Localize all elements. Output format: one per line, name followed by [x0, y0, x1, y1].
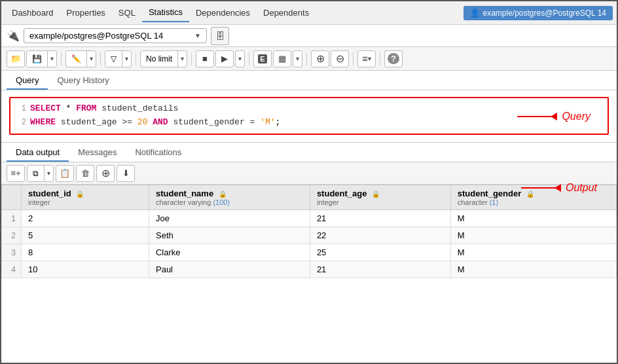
keyword-select: SELECT — [30, 103, 61, 113]
output-label: Output — [566, 182, 597, 194]
output-tab-bar: Data output Messages Notifications — [1, 143, 617, 162]
query-toolbar: 📁 💾 ▾ ✏️ ▾ ▽ ▾ No limit ▾ — [1, 47, 617, 71]
save-data-button[interactable]: ⊕ — [96, 165, 115, 182]
filter-dropdown[interactable]: ▽ ▾ — [105, 50, 132, 67]
sql-line1-content: SELECT * FROM student_details — [30, 102, 178, 116]
tab-query-history[interactable]: Query History — [48, 72, 118, 90]
col-type-student-gender: character (1) — [458, 198, 609, 206]
db-tools: ⊕ ⊖ — [311, 50, 349, 67]
cell-gender-1: M — [450, 210, 616, 227]
cell-gender-2: M — [450, 227, 616, 244]
table-row: 4 10 Paul 21 M — [2, 261, 617, 278]
keyword-where: WHERE — [30, 117, 56, 127]
rollback-button[interactable]: ⊖ — [331, 50, 349, 67]
save-button[interactable]: 💾 — [27, 51, 48, 67]
download-button[interactable]: ⬇ — [117, 165, 135, 182]
limit-label[interactable]: No limit — [141, 51, 178, 67]
copy-dropdown[interactable]: ⧉ ▾ — [27, 165, 54, 182]
separator-8 — [380, 52, 380, 65]
save-dropdown-arrow[interactable]: ▾ — [48, 51, 56, 67]
tab-notifications[interactable]: Notifications — [126, 144, 191, 162]
keyword-from: FROM — [76, 103, 96, 113]
cell-id-4: 10 — [22, 261, 149, 278]
filter-button[interactable]: ▽ — [105, 51, 122, 67]
analyze-icon: ▦ — [278, 54, 286, 64]
copy-button[interactable]: ⧉ — [27, 166, 45, 181]
sql-line2-content: WHERE student_age >= 20 AND student_gend… — [30, 116, 280, 130]
limit-dropdown[interactable]: No limit ▾ — [140, 50, 187, 67]
run-dropdown[interactable]: ▾ — [235, 50, 245, 67]
col-student-gender: student_gender — [168, 117, 245, 127]
col-header-student-name: student_name 🔒 character varying (100) — [149, 185, 310, 210]
connection-icon: 🔌 — [7, 29, 20, 42]
explain-button[interactable]: E — [253, 50, 272, 67]
nav-dashboard[interactable]: Dashboard — [5, 4, 60, 22]
keyword-and: AND — [147, 117, 168, 127]
nav-dependencies[interactable]: Dependencies — [189, 4, 257, 22]
connect-button[interactable]: 🗄 — [211, 27, 229, 45]
sql-star: * — [61, 103, 76, 113]
commit-button[interactable]: ⊕ — [311, 50, 329, 67]
pencil-button[interactable]: ✏️ — [66, 51, 87, 67]
output-section: Data output Messages Notifications ≡+ ⧉ … — [1, 143, 617, 278]
nav-statistics[interactable]: Statistics — [142, 3, 189, 22]
cell-name-3: Clarke — [149, 244, 310, 261]
sql-semicolon: ; — [276, 117, 281, 127]
tab-query[interactable]: Query — [7, 72, 48, 90]
run-dropdown-arrow[interactable]: ▾ — [236, 51, 244, 67]
lock-icon-3: 🔒 — [372, 191, 380, 198]
explain-tools: E ▦ ▾ — [253, 50, 302, 67]
col-type-student-age: integer — [317, 198, 444, 206]
commit-icon: ⊕ — [316, 52, 325, 65]
tab-data-output[interactable]: Data output — [7, 144, 69, 162]
output-annotation: Output — [521, 182, 597, 194]
col-type-detail-gender: (1) — [490, 198, 498, 206]
nav-sql[interactable]: SQL — [112, 4, 142, 22]
connection-selector[interactable]: example/postgres@PostgreSQL 14 ▼ — [24, 28, 207, 43]
filter-dropdown-arrow[interactable]: ▾ — [122, 51, 131, 67]
query-editor[interactable]: 1 SELECT * FROM student_details 2 WHERE … — [1, 90, 617, 143]
folder-icon: 📁 — [10, 54, 21, 64]
edit-dropdown-arrow[interactable]: ▾ — [87, 51, 96, 67]
val-m: 'M' — [260, 117, 275, 127]
separator-5 — [249, 52, 249, 65]
paste-button[interactable]: 📋 — [56, 165, 74, 182]
cell-id-2: 5 — [22, 227, 149, 244]
file-tools: 📁 💾 ▾ — [7, 50, 57, 67]
separator-6 — [306, 52, 307, 65]
run-button[interactable]: ▶ — [215, 50, 234, 67]
open-file-button[interactable]: 📁 — [7, 50, 25, 67]
stop-button[interactable]: ■ — [196, 50, 214, 67]
stop-icon: ■ — [202, 54, 208, 64]
row-number-1: 1 — [2, 210, 22, 227]
analyze-dropdown[interactable]: ▾ — [293, 50, 302, 67]
cell-id-1: 2 — [22, 210, 149, 227]
add-row-button[interactable]: ≡+ — [7, 165, 25, 182]
delete-button[interactable]: 🗑 — [76, 165, 94, 182]
cell-gender-4: M — [450, 261, 616, 278]
nav-dependents[interactable]: Dependents — [257, 4, 316, 22]
user-icon: 👤 — [470, 9, 480, 18]
analyze-button[interactable]: ▦ — [273, 50, 291, 67]
macros-button[interactable]: ≡ ▾ — [357, 50, 376, 67]
save-dropdown[interactable]: 💾 ▾ — [26, 50, 57, 67]
list-icon: ≡ — [362, 53, 368, 64]
query-arrow-line — [517, 116, 556, 117]
connection-value: example/postgres@PostgreSQL 14 — [29, 31, 163, 41]
line-number-2: 2 — [17, 117, 26, 129]
sql-line-2: 2 WHERE student_age >= 20 AND student_ge… — [17, 116, 601, 130]
query-annotation: Query — [517, 111, 591, 122]
cell-age-1: 21 — [310, 210, 450, 227]
chevron-down-icon: ▼ — [194, 32, 201, 39]
output-toolbar: ≡+ ⧉ ▾ 📋 🗑 ⊕ ⬇ — [1, 162, 617, 185]
analyze-dropdown-arrow[interactable]: ▾ — [293, 51, 302, 67]
save-icon: 💾 — [32, 54, 42, 64]
edit-dropdown[interactable]: ✏️ ▾ — [65, 50, 96, 67]
help-button[interactable]: ? — [384, 50, 403, 67]
copy-dropdown-arrow[interactable]: ▾ — [45, 166, 53, 181]
separator-4 — [191, 52, 192, 65]
nav-properties[interactable]: Properties — [60, 4, 112, 22]
tab-messages[interactable]: Messages — [69, 144, 126, 162]
limit-dropdown-arrow[interactable]: ▾ — [178, 51, 187, 67]
connection-badge[interactable]: 👤 example/postgres@PostgreSQL 14 — [464, 6, 613, 20]
